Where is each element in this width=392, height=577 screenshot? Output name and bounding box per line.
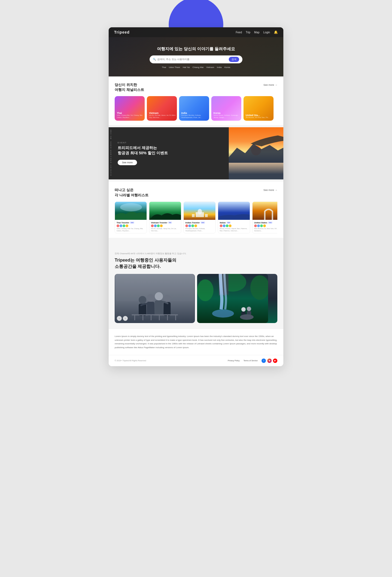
event-see-more-button[interactable]: See more — [118, 160, 137, 165]
svg-point-16 — [147, 294, 155, 302]
search-input[interactable] — [157, 58, 229, 61]
lorem-section: Lorem Ipsum is simply dummy text of the … — [109, 329, 283, 355]
svg-rect-25 — [151, 315, 152, 320]
facebook-icon[interactable]: f — [262, 359, 266, 363]
hero-title: 여행지에 있는 당신의 이야기를 들려주세요 — [157, 46, 235, 52]
hero-tags: Thai Udon Thani Hat Yai Chiang Mai Vietn… — [162, 66, 230, 69]
svg-rect-9 — [205, 214, 208, 217]
travel-card-italian-info: Italian new Roma, Firenze, Napoli, Bari,… — [218, 220, 250, 233]
nav-feed[interactable]: Feed — [236, 31, 242, 34]
navbar-links: Feed Trip Map Login 🔔 — [236, 30, 278, 34]
tag-chiangmai[interactable]: Chiang Mai — [192, 66, 203, 69]
svg-point-20 — [164, 295, 171, 302]
svg-point-36 — [247, 307, 251, 311]
channel-see-more[interactable]: See more — [263, 84, 277, 86]
channel-card-us[interactable]: United Sta... 3% Bronow, 2% Khar Two, 7%… — [243, 96, 274, 121]
event-side-text: 트리피드에서 제공하는 항공권 최대 50% 할인 이벤트 — [109, 127, 113, 179]
channel-section: 당신이 위치한여행지 채널리스트 See more Thai Ubor, Chi… — [109, 76, 283, 125]
footer-copyright: © 2019+ Tripeed All Rights Reserved — [115, 360, 146, 362]
main-card: Tripeed Feed Trip Map Login 🔔 여행지에 있는 당신… — [109, 27, 283, 366]
travel-card-vietnam[interactable]: Vietnam 24.1 Vietnam Traveler hot — [149, 202, 181, 234]
community-images: ‹ › — [115, 274, 277, 323]
avatars-us — [254, 224, 277, 227]
footer-terms[interactable]: Terms of Service — [243, 360, 258, 362]
svg-point-34 — [241, 307, 246, 312]
channel-section-header: 당신이 위치한여행지 채널리스트 See more — [115, 82, 277, 92]
nav-map[interactable]: Map — [254, 31, 259, 34]
travel-card-us-info: United States new New Bronow, St, New Yo… — [253, 220, 277, 233]
avatars-italian — [220, 224, 248, 227]
travel-card-india-info: Indian Traveler new Principal, Mumboi, K… — [184, 220, 215, 233]
tag-vietnam[interactable]: Vietnam — [206, 66, 214, 69]
event-banner: 트리피드에서 제공하는 항공권 최대 50% 할인 이벤트 EVENT 트리피드… — [109, 127, 283, 179]
travel-card-thai-info: Thai Traveler new Udon, Chiang, Koh Yai,… — [115, 220, 147, 233]
search-icon: 🔍 — [153, 58, 156, 61]
channel-card-korea[interactable]: Korea Seoul, Busan, Incheon, Gyeongju, J… — [211, 96, 241, 121]
tag-udon[interactable]: Udon Thani — [169, 66, 180, 69]
channel-section-title: 당신이 위치한여행지 채널리스트 — [115, 82, 144, 92]
travel-card-italian[interactable]: Italy 23.1 Italian new — [218, 202, 250, 234]
community-title: Tripeed는 여행중인 사용자들의소통공간을 제공합니다. — [115, 257, 277, 270]
travel-cards-list: Thai 24.1 Thai Traveler new — [115, 202, 277, 234]
svg-point-18 — [155, 292, 163, 300]
channel-card-vietnam[interactable]: Vietnam Hoi An, Da Nab, Hanoi, Ho Chi Mi… — [147, 96, 177, 121]
svg-point-38 — [240, 314, 254, 320]
event-label: EVENT — [118, 142, 224, 144]
svg-point-3 — [120, 203, 142, 211]
community-meta: 전체 Channel에 84개 나라에서 3,485명이 여행정보 활동을 하고… — [115, 252, 277, 255]
event-content: EVENT 트리피드에서 제공하는항공권 최대 50% 할인 이벤트 See m… — [113, 127, 229, 179]
svg-rect-24 — [142, 315, 143, 320]
tag-hatya[interactable]: Hat Yai — [183, 66, 190, 69]
footer-links: Privacy Policy Terms of Service f ◉ ▶ — [228, 359, 277, 363]
nav-login[interactable]: Login — [263, 31, 270, 34]
community-image-waterfall — [197, 274, 277, 323]
community-section: 전체 Channel에 84개 나라에서 3,485명이 여행정보 활동을 하고… — [109, 246, 283, 329]
svg-rect-28 — [175, 315, 176, 320]
tag-india[interactable]: India — [217, 66, 222, 69]
travel-card-vietnam-info: Vietnam Traveler hot Hoi An, Da Nab, Han… — [149, 220, 181, 233]
next-arrow[interactable]: › — [123, 316, 128, 321]
avatars-thai — [117, 224, 145, 227]
footer: © 2019+ Tripeed All Rights Reserved Priv… — [109, 355, 283, 366]
youtube-icon[interactable]: ▶ — [273, 359, 277, 363]
footer-privacy[interactable]: Privacy Policy — [228, 360, 240, 362]
lorem-text: Lorem Ipsum is simply dummy text of the … — [115, 335, 277, 349]
svg-rect-26 — [159, 315, 160, 320]
channel-card-thai[interactable]: Thai Ubor, Chiang Mai, Yai, Chiang, Mai,… — [115, 96, 145, 121]
travel-card-thai[interactable]: Thai 24.1 Thai Traveler new — [115, 202, 147, 234]
channel-card-india[interactable]: India Principal, Mumboi, Kolkata, Visokh… — [179, 96, 209, 121]
avatars-india — [185, 224, 214, 227]
avatars-vietnam — [151, 224, 179, 227]
tag-thai[interactable]: Thai — [162, 66, 166, 69]
svg-rect-21 — [164, 302, 171, 316]
navbar: Tripeed Feed Trip Map Login 🔔 — [109, 27, 283, 37]
svg-rect-27 — [167, 315, 168, 320]
travel-section-header: 떠나고 싶은각 나라별 여행리스트 See more — [115, 188, 277, 197]
svg-rect-23 — [134, 315, 135, 320]
navbar-logo: Tripeed — [114, 30, 130, 34]
instagram-icon[interactable]: ◉ — [267, 359, 272, 363]
prev-arrow[interactable]: ‹ — [117, 316, 122, 321]
channel-cards-list: Thai Ubor, Chiang Mai, Yai, Chiang, Mai,… — [115, 96, 277, 121]
svg-point-30 — [197, 279, 213, 301]
travel-card-us[interactable]: US 23.1 United States new — [252, 202, 277, 234]
svg-rect-8 — [192, 214, 195, 217]
search-button[interactable]: 검색 — [229, 57, 239, 62]
search-bar: 🔍 검색 — [150, 55, 242, 63]
event-title: 트리피드에서 제공하는항공권 최대 50% 할인 이벤트 — [118, 145, 224, 156]
travel-section: 떠나고 싶은각 나라별 여행리스트 See more Thai 24.1 — [109, 182, 283, 238]
nav-trip[interactable]: Trip — [246, 31, 250, 34]
svg-rect-22 — [132, 314, 178, 315]
bell-icon[interactable]: 🔔 — [274, 30, 278, 34]
tag-korea[interactable]: Korea — [224, 66, 230, 69]
footer-socials: f ◉ ▶ — [262, 359, 277, 363]
travel-card-india[interactable]: India 25.1 — [183, 202, 216, 234]
community-image-people: ‹ › — [115, 274, 195, 323]
image-nav: ‹ › — [117, 316, 128, 321]
event-image — [229, 127, 283, 179]
svg-point-7 — [198, 209, 202, 214]
svg-point-33 — [212, 309, 234, 318]
travel-see-more[interactable]: See more — [263, 189, 277, 191]
svg-rect-13 — [115, 274, 194, 301]
svg-point-14 — [139, 296, 146, 304]
